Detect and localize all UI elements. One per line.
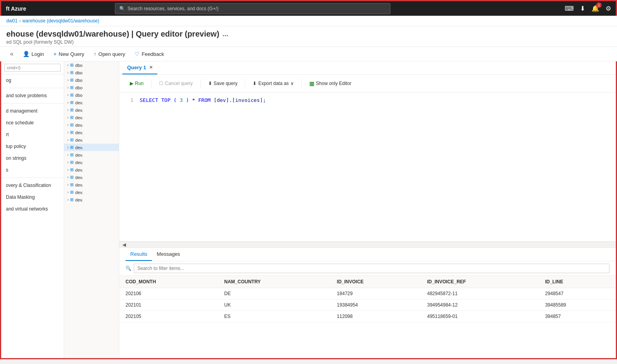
export-button[interactable]: ⬇ Export data as ∨ bbox=[248, 78, 298, 89]
run-button[interactable]: ▶ Run bbox=[126, 78, 148, 89]
tree-item[interactable]: › ⊞ dev. bbox=[64, 181, 119, 188]
sidebar-item-s[interactable]: s bbox=[1, 164, 64, 176]
sidebar-item-schedule[interactable]: nce schedule bbox=[1, 117, 64, 129]
tree-item[interactable]: › ⊞ dev. bbox=[64, 151, 119, 159]
tree-item[interactable]: › ⊞ dev. bbox=[64, 188, 119, 196]
notification-bell[interactable]: 🔔 1 bbox=[591, 5, 599, 12]
show-editor-button[interactable]: ▦ Show only Editor bbox=[305, 78, 356, 89]
tree-item[interactable]: › ⊞ dev. bbox=[64, 159, 119, 166]
table-icon: ⊞ bbox=[70, 100, 74, 105]
tree-item[interactable]: › ⊞ dbo bbox=[64, 69, 119, 76]
sidebar-item-management[interactable]: d management bbox=[1, 105, 64, 117]
tree-expand-icon: › bbox=[67, 93, 68, 97]
plus-icon: + bbox=[54, 51, 57, 57]
tree-item[interactable]: › ⊞ dbo bbox=[64, 84, 119, 91]
collapse-sidebar-button[interactable]: « bbox=[6, 48, 17, 59]
tree-item[interactable]: › ⊞ dev. bbox=[64, 114, 119, 121]
breadcrumb: dw01 › warehouse (devsqldw01/warehouse) bbox=[0, 16, 617, 26]
sidebar-item-strings[interactable]: on strings bbox=[1, 152, 64, 164]
tab-messages[interactable]: Messages bbox=[152, 248, 185, 261]
tree-item[interactable]: › ⊞ dbo bbox=[64, 91, 119, 99]
breadcrumb-parent[interactable]: dw01 bbox=[6, 18, 18, 24]
table-icon: ⊞ bbox=[70, 107, 74, 113]
tree-item[interactable]: › ⊞ dev. bbox=[64, 136, 119, 144]
chevron-down-icon: ∨ bbox=[290, 81, 294, 86]
tree-expand-icon: › bbox=[67, 78, 68, 82]
collapse-handle[interactable]: ◀ bbox=[119, 242, 616, 248]
sidebar-divider-2 bbox=[1, 103, 64, 103]
tab-close-icon[interactable]: ✕ bbox=[149, 65, 153, 70]
results-search-input[interactable] bbox=[134, 264, 610, 273]
results-area: Results Messages 🔍 COD_MONTH NAM_COUNTRY… bbox=[119, 248, 616, 358]
run-icon: ▶ bbox=[130, 81, 133, 86]
sql-editor[interactable]: 1 SELECT TOP ( 3 ) * FROM [dev].[invoice… bbox=[119, 92, 616, 242]
save-query-button[interactable]: ⬇ Save query bbox=[204, 78, 242, 89]
tree-label: dbo bbox=[75, 70, 82, 75]
table-cell: 2948547 bbox=[539, 288, 616, 299]
sidebar-item-policy[interactable]: tup policy bbox=[1, 140, 64, 152]
sidebar-item-networks[interactable]: and virtual networks bbox=[1, 203, 64, 215]
tree-expand-icon: › bbox=[67, 130, 68, 135]
feedback-label: Feedback bbox=[142, 51, 164, 57]
download-icon[interactable]: ⬇ bbox=[580, 5, 585, 12]
tree-label: dev. bbox=[75, 160, 83, 165]
tab-results[interactable]: Results bbox=[126, 248, 152, 261]
object-explorer: › ⊞ dbo › ⊞ dbo › ⊞ dbo › ⊞ dbo › ⊞ dbo … bbox=[64, 61, 119, 358]
open-query-button[interactable]: ↑ Open query bbox=[90, 48, 129, 59]
search-icon: 🔍 bbox=[119, 6, 125, 11]
table-cell: UK bbox=[218, 299, 331, 311]
tree-item[interactable]: › ⊞ dev. bbox=[64, 121, 119, 129]
tree-item[interactable]: › ⊞ dev. bbox=[64, 174, 119, 181]
tree-item[interactable]: › ⊞ dbo bbox=[64, 61, 119, 69]
tree-item[interactable]: › ⊞ dev. bbox=[64, 166, 119, 174]
sql-paren-close: ) bbox=[186, 97, 189, 103]
table-icon: ⊞ bbox=[70, 175, 74, 180]
tree-expand-icon: › bbox=[67, 168, 68, 172]
sql-space3: * bbox=[192, 97, 198, 103]
breadcrumb-current[interactable]: warehouse (devsqldw01/warehouse) bbox=[22, 18, 99, 24]
more-options-icon[interactable]: ... bbox=[222, 30, 228, 38]
login-icon: 👤 bbox=[23, 51, 30, 57]
sidebar-item-classification[interactable]: overy & Classification bbox=[1, 179, 64, 191]
sidebar-item-og[interactable]: og bbox=[1, 74, 64, 86]
login-button[interactable]: 👤 Login bbox=[19, 48, 48, 59]
tree-expand-icon: › bbox=[67, 183, 68, 187]
sidebar-item-masking[interactable]: Data Masking bbox=[1, 191, 64, 203]
tree-expand-icon: › bbox=[67, 138, 68, 142]
app-title: ft Azure bbox=[6, 6, 26, 12]
table-icon: ⊞ bbox=[70, 152, 74, 157]
sidebar-item-solve[interactable]: and solve problems bbox=[1, 90, 64, 102]
tree-item[interactable]: › ⊞ dbo bbox=[64, 76, 119, 84]
open-query-label: Open query bbox=[98, 51, 125, 57]
table-icon: ⊞ bbox=[70, 145, 74, 150]
tree-item[interactable]: › ⊞ dev. bbox=[64, 106, 119, 114]
table-icon: ⊞ bbox=[70, 78, 74, 83]
tree-expand-icon: › bbox=[67, 175, 68, 179]
topbar-search-box[interactable]: 🔍 Search resources, services, and docs (… bbox=[115, 3, 390, 14]
tree-item[interactable]: › ⊞ dev. bbox=[64, 144, 119, 151]
sidebar-item-rt[interactable]: rt bbox=[1, 129, 64, 140]
tree-item[interactable]: › ⊞ dev. bbox=[64, 99, 119, 106]
settings-icon[interactable]: ⚙ bbox=[606, 5, 611, 12]
table-cell: ES bbox=[218, 311, 331, 322]
sql-paren-open: ( bbox=[174, 97, 177, 103]
tree-item[interactable]: › ⊞ dev. bbox=[64, 129, 119, 136]
tree-item[interactable]: › ⊞ dev. bbox=[64, 196, 119, 203]
left-sidebar: og and solve problems d management nce s… bbox=[1, 61, 64, 358]
sql-keyword-from: FROM bbox=[198, 97, 211, 103]
tree-expand-icon: › bbox=[67, 70, 68, 75]
new-query-label: New Query bbox=[59, 51, 84, 57]
feedback-button[interactable]: ♡ Feedback bbox=[131, 48, 168, 59]
sidebar-search-input[interactable] bbox=[4, 64, 61, 72]
new-query-button[interactable]: + New Query bbox=[50, 48, 88, 59]
tree-label: dev. bbox=[75, 100, 83, 105]
terminal-icon[interactable]: ⌨ bbox=[565, 5, 574, 12]
breadcrumb-separator: › bbox=[19, 18, 21, 24]
tree-label: dev. bbox=[75, 190, 83, 195]
cancel-query-button[interactable]: ☐ Cancel query bbox=[155, 78, 197, 89]
sql-number: 3 bbox=[180, 97, 183, 103]
query-tab-1[interactable]: Query 1 ✕ bbox=[122, 61, 157, 74]
table-cell: 202106 bbox=[119, 288, 218, 299]
table-cell: 19384954 bbox=[331, 299, 421, 311]
content-area: Query 1 ✕ ▶ Run ☐ Cancel query ⬇ Save qu… bbox=[119, 61, 616, 358]
